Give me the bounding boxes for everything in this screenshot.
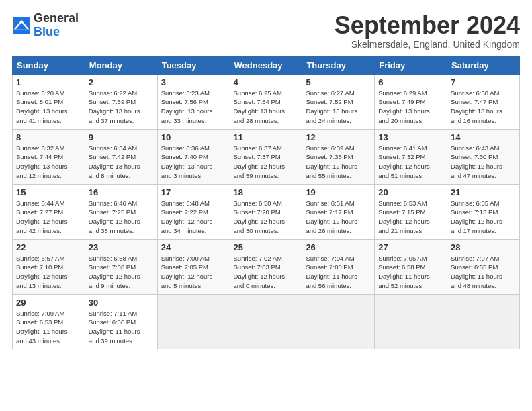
table-row: 27Sunrise: 7:05 AM Sunset: 6:58 PM Dayli… (375, 239, 447, 294)
day-info: Sunrise: 7:02 AM Sunset: 7:03 PM Dayligh… (234, 254, 299, 291)
table-row: 16Sunrise: 6:46 AM Sunset: 7:25 PM Dayli… (85, 184, 157, 239)
day-number: 6 (378, 77, 443, 87)
day-number: 8 (16, 132, 81, 142)
day-info: Sunrise: 6:48 AM Sunset: 7:22 PM Dayligh… (161, 199, 226, 236)
table-row: 20Sunrise: 6:53 AM Sunset: 7:15 PM Dayli… (375, 184, 447, 239)
table-row (302, 294, 375, 349)
table-row: 1Sunrise: 6:20 AM Sunset: 8:01 PM Daylig… (13, 74, 85, 129)
table-row: 25Sunrise: 7:02 AM Sunset: 7:03 PM Dayli… (230, 239, 302, 294)
day-number: 14 (451, 132, 516, 142)
col-saturday: Saturday (447, 56, 520, 74)
col-monday: Monday (85, 56, 157, 74)
day-info: Sunrise: 6:58 AM Sunset: 7:08 PM Dayligh… (89, 254, 154, 291)
day-info: Sunrise: 6:29 AM Sunset: 7:49 PM Dayligh… (378, 89, 443, 126)
day-info: Sunrise: 6:43 AM Sunset: 7:30 PM Dayligh… (451, 144, 516, 181)
table-row: 6Sunrise: 6:29 AM Sunset: 7:49 PM Daylig… (375, 74, 447, 129)
day-number: 27 (378, 242, 443, 253)
day-number: 3 (161, 77, 226, 87)
day-info: Sunrise: 6:27 AM Sunset: 7:52 PM Dayligh… (306, 89, 371, 126)
table-row: 18Sunrise: 6:50 AM Sunset: 7:20 PM Dayli… (230, 184, 302, 239)
col-sunday: Sunday (13, 56, 85, 74)
month-title: September 2024 (335, 12, 520, 39)
table-row (230, 294, 302, 349)
day-info: Sunrise: 6:53 AM Sunset: 7:15 PM Dayligh… (378, 199, 443, 236)
title-block: September 2024 Skelmersdale, England, Un… (335, 12, 520, 50)
calendar-header-row: Sunday Monday Tuesday Wednesday Thursday… (13, 56, 520, 74)
day-number: 7 (451, 77, 516, 87)
day-info: Sunrise: 6:30 AM Sunset: 7:47 PM Dayligh… (451, 89, 516, 126)
day-info: Sunrise: 6:36 AM Sunset: 7:40 PM Dayligh… (161, 144, 226, 181)
day-info: Sunrise: 7:11 AM Sunset: 6:50 PM Dayligh… (89, 309, 154, 346)
day-info: Sunrise: 6:55 AM Sunset: 7:13 PM Dayligh… (451, 199, 516, 236)
day-info: Sunrise: 6:50 AM Sunset: 7:20 PM Dayligh… (234, 199, 299, 236)
col-wednesday: Wednesday (230, 56, 302, 74)
col-friday: Friday (375, 56, 447, 74)
day-info: Sunrise: 7:09 AM Sunset: 6:53 PM Dayligh… (16, 309, 81, 346)
day-info: Sunrise: 6:20 AM Sunset: 8:01 PM Dayligh… (16, 89, 81, 126)
day-number: 2 (89, 77, 154, 87)
col-thursday: Thursday (302, 56, 375, 74)
day-number: 28 (451, 242, 516, 253)
day-number: 29 (16, 298, 81, 308)
table-row: 29Sunrise: 7:09 AM Sunset: 6:53 PM Dayli… (13, 294, 85, 349)
day-number: 13 (378, 132, 443, 142)
calendar-table: Sunday Monday Tuesday Wednesday Thursday… (12, 56, 520, 349)
table-row: 3Sunrise: 6:23 AM Sunset: 7:56 PM Daylig… (157, 74, 230, 129)
day-info: Sunrise: 6:46 AM Sunset: 7:25 PM Dayligh… (89, 199, 154, 236)
table-row (375, 294, 447, 349)
day-number: 16 (89, 187, 154, 197)
page-header: General Blue September 2024 Skelmersdale… (12, 12, 520, 50)
day-number: 20 (378, 187, 443, 197)
day-number: 26 (306, 242, 371, 253)
day-info: Sunrise: 7:05 AM Sunset: 6:58 PM Dayligh… (378, 254, 443, 291)
day-info: Sunrise: 6:51 AM Sunset: 7:17 PM Dayligh… (306, 199, 371, 236)
table-row (157, 294, 230, 349)
day-number: 30 (89, 298, 154, 308)
table-row: 9Sunrise: 6:34 AM Sunset: 7:42 PM Daylig… (85, 129, 157, 184)
day-number: 23 (89, 242, 154, 253)
table-row (447, 294, 520, 349)
day-info: Sunrise: 6:25 AM Sunset: 7:54 PM Dayligh… (234, 89, 299, 126)
table-row: 15Sunrise: 6:44 AM Sunset: 7:27 PM Dayli… (13, 184, 85, 239)
table-row: 2Sunrise: 6:22 AM Sunset: 7:59 PM Daylig… (85, 74, 157, 129)
day-number: 11 (234, 132, 299, 142)
table-row: 4Sunrise: 6:25 AM Sunset: 7:54 PM Daylig… (230, 74, 302, 129)
day-number: 1 (16, 77, 81, 87)
day-number: 25 (234, 242, 299, 253)
day-info: Sunrise: 7:04 AM Sunset: 7:00 PM Dayligh… (306, 254, 371, 291)
table-row: 5Sunrise: 6:27 AM Sunset: 7:52 PM Daylig… (302, 74, 375, 129)
day-number: 9 (89, 132, 154, 142)
logo-icon (12, 16, 31, 35)
table-row: 13Sunrise: 6:41 AM Sunset: 7:32 PM Dayli… (375, 129, 447, 184)
day-number: 10 (161, 132, 226, 142)
table-row: 14Sunrise: 6:43 AM Sunset: 7:30 PM Dayli… (447, 129, 520, 184)
table-row: 8Sunrise: 6:32 AM Sunset: 7:44 PM Daylig… (13, 129, 85, 184)
logo: General Blue (12, 12, 79, 39)
table-row: 24Sunrise: 7:00 AM Sunset: 7:05 PM Dayli… (157, 239, 230, 294)
day-info: Sunrise: 6:41 AM Sunset: 7:32 PM Dayligh… (378, 144, 443, 181)
day-info: Sunrise: 6:34 AM Sunset: 7:42 PM Dayligh… (89, 144, 154, 181)
day-number: 5 (306, 77, 371, 87)
day-info: Sunrise: 7:07 AM Sunset: 6:55 PM Dayligh… (451, 254, 516, 291)
day-number: 4 (234, 77, 299, 87)
day-number: 22 (16, 242, 81, 253)
day-number: 19 (306, 187, 371, 197)
day-info: Sunrise: 6:22 AM Sunset: 7:59 PM Dayligh… (89, 89, 154, 126)
table-row: 23Sunrise: 6:58 AM Sunset: 7:08 PM Dayli… (85, 239, 157, 294)
day-number: 12 (306, 132, 371, 142)
day-number: 18 (234, 187, 299, 197)
table-row: 21Sunrise: 6:55 AM Sunset: 7:13 PM Dayli… (447, 184, 520, 239)
logo-text: General Blue (34, 12, 79, 39)
day-number: 15 (16, 187, 81, 197)
day-info: Sunrise: 6:32 AM Sunset: 7:44 PM Dayligh… (16, 144, 81, 181)
table-row: 11Sunrise: 6:37 AM Sunset: 7:37 PM Dayli… (230, 129, 302, 184)
table-row: 26Sunrise: 7:04 AM Sunset: 7:00 PM Dayli… (302, 239, 375, 294)
day-info: Sunrise: 6:37 AM Sunset: 7:37 PM Dayligh… (234, 144, 299, 181)
col-tuesday: Tuesday (157, 56, 230, 74)
table-row: 10Sunrise: 6:36 AM Sunset: 7:40 PM Dayli… (157, 129, 230, 184)
day-info: Sunrise: 6:23 AM Sunset: 7:56 PM Dayligh… (161, 89, 226, 126)
table-row: 22Sunrise: 6:57 AM Sunset: 7:10 PM Dayli… (13, 239, 85, 294)
day-info: Sunrise: 6:39 AM Sunset: 7:35 PM Dayligh… (306, 144, 371, 181)
table-row: 12Sunrise: 6:39 AM Sunset: 7:35 PM Dayli… (302, 129, 375, 184)
table-row: 7Sunrise: 6:30 AM Sunset: 7:47 PM Daylig… (447, 74, 520, 129)
